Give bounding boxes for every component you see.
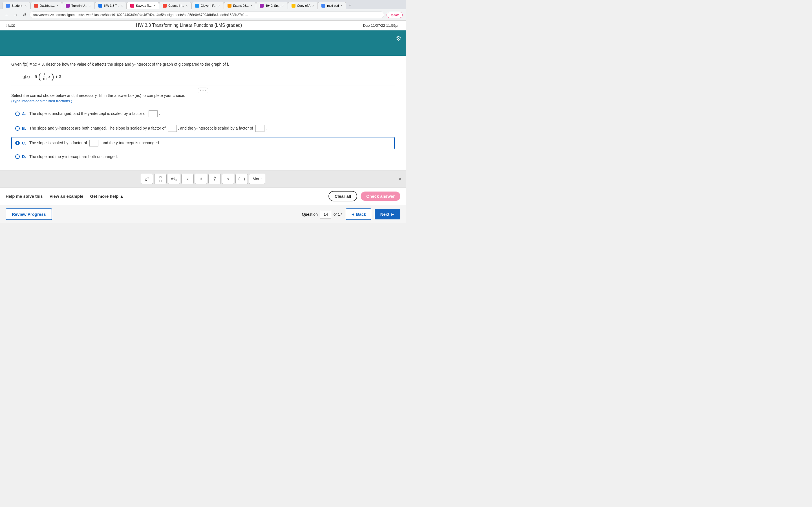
tab-7[interactable]: Clever | P... × bbox=[192, 2, 224, 9]
square-root-button[interactable]: √ bbox=[195, 174, 207, 184]
fraction: 1 10 bbox=[43, 72, 47, 81]
choice-d-row[interactable]: D. The slope and the y-intercept are bot… bbox=[11, 152, 395, 162]
superscript-button[interactable]: x□ bbox=[141, 174, 153, 184]
radio-b[interactable] bbox=[15, 126, 20, 131]
tab-9[interactable]: 4949: Sp... × bbox=[256, 2, 288, 9]
tab-close-7[interactable]: × bbox=[218, 4, 220, 8]
new-tab-button[interactable]: + bbox=[346, 3, 354, 8]
review-progress-button[interactable]: Review Progress bbox=[6, 209, 52, 220]
help-footer: Help me solve this View an example Get m… bbox=[0, 187, 406, 205]
exit-button[interactable]: ‹ Exit bbox=[6, 23, 15, 28]
fraction-icon: □ □ bbox=[159, 175, 162, 182]
choice-a-row[interactable]: A. The slope is unchanged, and the y-int… bbox=[11, 108, 395, 120]
fraction-numerator: 1 bbox=[43, 72, 45, 77]
tab-3[interactable]: Turnitin U... × bbox=[62, 2, 94, 9]
assignment-title: HW 3.3 Transforming Linear Functions (LM… bbox=[15, 23, 363, 28]
next-arrow-icon: ► bbox=[391, 212, 395, 217]
tab-5-active[interactable]: Savvas R... × bbox=[126, 2, 159, 9]
tab-close-11[interactable]: × bbox=[341, 4, 343, 8]
tab-label-8: Exam: 03... bbox=[233, 4, 249, 7]
choice-a-text: The slope is unchanged, and the y-interc… bbox=[29, 110, 160, 117]
tab-label-4: HW 3.3 T... bbox=[104, 4, 119, 7]
choice-b-label: B. bbox=[22, 126, 26, 131]
choice-a-input[interactable] bbox=[149, 110, 158, 117]
radio-a[interactable] bbox=[15, 112, 20, 116]
parentheses-icon: (…) bbox=[238, 177, 245, 181]
help-me-solve-link[interactable]: Help me solve this bbox=[6, 194, 43, 199]
tab-8[interactable]: Exam: 03... × bbox=[224, 2, 256, 9]
radio-d[interactable] bbox=[15, 154, 20, 159]
tab-favicon-9 bbox=[260, 4, 264, 8]
update-button[interactable]: Update bbox=[387, 12, 403, 18]
choice-b-row[interactable]: B. The slope and y-intercept are both ch… bbox=[11, 122, 395, 135]
check-answer-button[interactable]: Check answer bbox=[361, 191, 400, 201]
math-toolbar: x□ □ □ x□/□ |x| √ ∛ ≤ (…) More bbox=[0, 170, 406, 187]
choice-c-row[interactable]: C. The slope is scaled by a factor of , … bbox=[11, 137, 395, 149]
clear-all-button[interactable]: Clear all bbox=[328, 191, 357, 202]
question-number-input[interactable] bbox=[320, 210, 331, 219]
choice-b-input-2[interactable] bbox=[255, 125, 264, 132]
tab-1[interactable]: Student × bbox=[2, 2, 31, 9]
tab-close-6[interactable]: × bbox=[186, 4, 188, 8]
close-paren: ) bbox=[52, 73, 54, 80]
tab-close-9[interactable]: × bbox=[282, 4, 284, 8]
less-equal-button[interactable]: ≤ bbox=[222, 174, 234, 184]
tab-label-6: Course H... bbox=[168, 4, 184, 7]
tab-close-8[interactable]: × bbox=[250, 4, 252, 8]
tab-2[interactable]: Dashboa... × bbox=[31, 2, 62, 9]
absolute-value-icon: |x| bbox=[186, 177, 190, 181]
choice-b-input-1[interactable] bbox=[168, 125, 177, 132]
app-header: ‹ Exit HW 3.3 Transforming Linear Functi… bbox=[0, 20, 406, 31]
fraction-button[interactable]: □ □ bbox=[154, 174, 167, 184]
back-nav-button[interactable]: ← bbox=[3, 11, 10, 18]
instruction-text: Select the correct choice below and, if … bbox=[11, 93, 395, 98]
tab-close-2[interactable]: × bbox=[56, 4, 58, 8]
tab-label-9: 4949: Sp... bbox=[265, 4, 280, 7]
more-button[interactable]: More bbox=[249, 174, 265, 184]
choice-a-label: A. bbox=[22, 112, 26, 116]
mixed-number-button[interactable]: x□/□ bbox=[168, 174, 180, 184]
tab-favicon-7 bbox=[195, 4, 199, 8]
tab-close-10[interactable]: × bbox=[312, 4, 314, 8]
tab-bar: Student × Dashboa... × Turnitin U... × H… bbox=[0, 0, 406, 9]
tab-10[interactable]: Copy of A × bbox=[288, 2, 318, 9]
choice-c-input[interactable] bbox=[89, 140, 98, 147]
tab-close-5[interactable]: × bbox=[153, 4, 155, 8]
dots-button[interactable]: • • • bbox=[198, 88, 208, 93]
parentheses-button[interactable]: (…) bbox=[236, 174, 248, 184]
question-header-banner: ⚙ bbox=[0, 31, 406, 56]
refresh-button[interactable]: ↺ bbox=[21, 11, 28, 18]
tab-favicon-2 bbox=[34, 4, 38, 8]
view-example-link[interactable]: View an example bbox=[50, 194, 84, 199]
radio-c[interactable] bbox=[15, 141, 20, 145]
absolute-value-button[interactable]: |x| bbox=[181, 174, 194, 184]
tab-label-5: Savvas R... bbox=[136, 4, 152, 7]
tab-close-3[interactable]: × bbox=[89, 4, 91, 8]
next-button[interactable]: Next ► bbox=[375, 209, 400, 219]
tab-favicon-11 bbox=[321, 4, 325, 8]
formula-prefix: g(x) = 5 bbox=[22, 74, 37, 79]
nav-right: Question of 17 ◄ Back Next ► bbox=[302, 209, 400, 220]
question-body: Given f(x) = 5x + 3, describe how the va… bbox=[0, 56, 406, 170]
tab-close-1[interactable]: × bbox=[25, 4, 27, 8]
cube-root-button[interactable]: ∛ bbox=[208, 174, 221, 184]
back-button[interactable]: ◄ Back bbox=[346, 209, 371, 220]
url-bar[interactable]: savvasrealize.com/assignments/viewer/cla… bbox=[30, 11, 384, 18]
back-label: Back bbox=[356, 212, 366, 217]
superscript-icon: x□ bbox=[145, 176, 149, 182]
main-content: ⚙ Given f(x) = 5x + 3, describe how the … bbox=[0, 31, 406, 205]
tab-11[interactable]: msd psd × bbox=[318, 2, 346, 9]
open-paren: ( bbox=[38, 73, 41, 80]
tab-close-4[interactable]: × bbox=[121, 4, 123, 8]
choice-d-text: The slope and the y-intercept are both u… bbox=[29, 154, 118, 159]
address-actions: Update bbox=[387, 12, 403, 18]
divider-line bbox=[11, 86, 395, 86]
fraction-denominator: 10 bbox=[43, 77, 47, 81]
tab-4[interactable]: HW 3.3 T... × bbox=[95, 2, 126, 9]
tab-6[interactable]: Course H... × bbox=[159, 2, 192, 9]
close-toolbar-button[interactable]: × bbox=[398, 176, 402, 182]
forward-nav-button[interactable]: → bbox=[12, 11, 19, 18]
tab-label-7: Clever | P... bbox=[201, 4, 216, 7]
settings-icon[interactable]: ⚙ bbox=[396, 35, 402, 42]
get-more-help-link[interactable]: Get more help ▲ bbox=[90, 194, 124, 199]
